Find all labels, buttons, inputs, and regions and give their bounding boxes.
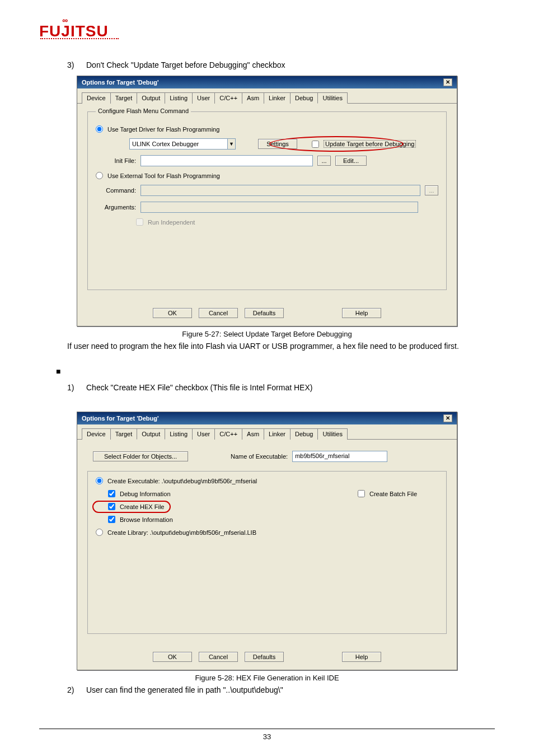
create-batch-checkbox[interactable] bbox=[358, 490, 365, 497]
groupbox-title: Configure Flash Menu Command bbox=[96, 108, 191, 114]
item3-num: 3) bbox=[67, 59, 79, 71]
tab-linker-2[interactable]: Linker bbox=[264, 428, 291, 440]
dialog-title-2: Options for Target 'Debug' bbox=[82, 415, 159, 422]
tab-cpp[interactable]: C/C++ bbox=[214, 92, 242, 104]
tab-linker[interactable]: Linker bbox=[264, 92, 291, 104]
tab-asm-2[interactable]: Asm bbox=[242, 428, 264, 440]
radio-create-exe[interactable] bbox=[96, 477, 103, 484]
init-file-label: Init File: bbox=[100, 157, 136, 164]
command-label: Command: bbox=[100, 187, 136, 194]
para-hexfile: If user need to program the hex file int… bbox=[67, 340, 478, 352]
arguments-label: Arguments: bbox=[100, 204, 136, 211]
tab-target[interactable]: Target bbox=[110, 92, 138, 104]
page-number: 33 bbox=[0, 732, 534, 741]
radio-create-lib-label: Create Library: .\output\debug\mb9bf506r… bbox=[107, 529, 256, 536]
help-button[interactable]: Help bbox=[342, 308, 381, 318]
tab-cpp-2[interactable]: C/C++ bbox=[214, 428, 242, 440]
tab-output[interactable]: Output bbox=[137, 92, 165, 104]
edit-button[interactable]: Edit... bbox=[335, 156, 367, 166]
create-hex-checkbox[interactable] bbox=[108, 503, 115, 510]
options-dialog-1: Options for Target 'Debug' ✕ Device Targ… bbox=[77, 76, 457, 326]
settings-button[interactable]: Settings bbox=[258, 139, 297, 149]
close-icon[interactable]: ✕ bbox=[443, 78, 452, 86]
tab-target-2[interactable]: Target bbox=[110, 428, 138, 440]
dialog-title: Options for Target 'Debug' bbox=[82, 79, 159, 86]
item1b-text: Check "Create HEX File" checkbox (This f… bbox=[86, 382, 312, 394]
item2b-text: User can find the generated file in path… bbox=[86, 684, 283, 696]
tab-listing[interactable]: Listing bbox=[165, 92, 193, 104]
tab-device-2[interactable]: Device bbox=[82, 428, 111, 440]
close-icon-2[interactable]: ✕ bbox=[443, 414, 452, 422]
tab-user-2[interactable]: User bbox=[192, 428, 215, 440]
driver-combo-value: ULINK Cortex Debugger bbox=[132, 141, 199, 147]
options-dialog-2: Options for Target 'Debug' ✕ Device Targ… bbox=[77, 412, 457, 670]
browse-info-checkbox[interactable] bbox=[108, 516, 115, 523]
cancel-button-2[interactable]: Cancel bbox=[199, 652, 238, 662]
radio-create-lib[interactable] bbox=[96, 529, 103, 536]
select-folder-button[interactable]: Select Folder for Objects... bbox=[93, 451, 188, 461]
tab-debug[interactable]: Debug bbox=[290, 92, 318, 104]
run-independent-label: Run Independent bbox=[148, 219, 195, 226]
tab-listing-2[interactable]: Listing bbox=[165, 428, 193, 440]
tab-asm[interactable]: Asm bbox=[242, 92, 264, 104]
update-target-label: Update Target before Debugging bbox=[324, 140, 416, 148]
footer-rule bbox=[39, 729, 495, 729]
defaults-button[interactable]: Defaults bbox=[245, 308, 284, 318]
command-browse-button: ... bbox=[425, 185, 438, 195]
command-input bbox=[140, 185, 420, 196]
tab-debug-2[interactable]: Debug bbox=[290, 428, 318, 440]
ok-button[interactable]: OK bbox=[153, 308, 192, 318]
radio-create-exe-label: Create Executable: .\output\debug\mb9bf5… bbox=[107, 478, 257, 484]
help-button-2[interactable]: Help bbox=[342, 652, 381, 662]
debug-info-checkbox[interactable] bbox=[108, 490, 115, 497]
tab-utilities-2[interactable]: Utilities bbox=[317, 428, 347, 440]
debug-info-label: Debug Information bbox=[120, 491, 171, 497]
radio-target-driver[interactable] bbox=[96, 125, 103, 133]
name-exec-input[interactable]: mb9bf506r_mfserial bbox=[292, 451, 387, 462]
chevron-down-icon: ▼ bbox=[227, 139, 235, 149]
radio-external-tool[interactable] bbox=[96, 172, 103, 179]
radio-target-driver-label: Use Target Driver for Flash Programming bbox=[107, 126, 219, 133]
init-file-input[interactable] bbox=[140, 155, 313, 166]
name-exec-label: Name of Executable: bbox=[231, 453, 288, 460]
item3-text: Don't Check "Update Target before Debugg… bbox=[86, 59, 285, 71]
run-independent-checkbox bbox=[136, 218, 143, 226]
arguments-input bbox=[140, 202, 418, 213]
figure-caption-2: Figure 5-28: HEX File Generation in Keil… bbox=[39, 674, 495, 682]
create-batch-label: Create Batch File bbox=[369, 491, 417, 497]
ok-button-2[interactable]: OK bbox=[153, 652, 192, 662]
tab-output-2[interactable]: Output bbox=[137, 428, 165, 440]
logo: FUJ∞ITSU bbox=[39, 22, 495, 43]
browse-info-label: Browse Information bbox=[120, 516, 173, 523]
tab-user[interactable]: User bbox=[192, 92, 215, 104]
browse-button[interactable]: ... bbox=[317, 156, 331, 166]
tab-device[interactable]: Device bbox=[82, 92, 111, 104]
dialog-titlebar: Options for Target 'Debug' ✕ bbox=[77, 76, 457, 88]
figure-caption-1: Figure 5-27: Select Update Target Before… bbox=[39, 330, 495, 338]
tab-utilities[interactable]: Utilities bbox=[317, 92, 347, 104]
radio-external-tool-label: Use External Tool for Flash Programming bbox=[107, 172, 220, 179]
driver-combo[interactable]: ULINK Cortex Debugger ▼ bbox=[129, 138, 236, 150]
update-target-checkbox[interactable] bbox=[312, 141, 319, 148]
name-exec-value: mb9bf506r_mfserial bbox=[295, 452, 349, 459]
create-hex-label: Create HEX File bbox=[120, 503, 164, 510]
defaults-button-2[interactable]: Defaults bbox=[245, 652, 284, 662]
item2b-num: 2) bbox=[67, 684, 79, 696]
item1b-num: 1) bbox=[67, 382, 79, 394]
bullet: ■ bbox=[56, 366, 64, 377]
dialog-titlebar-2: Options for Target 'Debug' ✕ bbox=[77, 412, 457, 424]
tabstrip-2: Device Target Output Listing User C/C++ … bbox=[77, 424, 457, 440]
cancel-button[interactable]: Cancel bbox=[199, 308, 238, 318]
tabstrip: Device Target Output Listing User C/C++ … bbox=[77, 88, 457, 104]
